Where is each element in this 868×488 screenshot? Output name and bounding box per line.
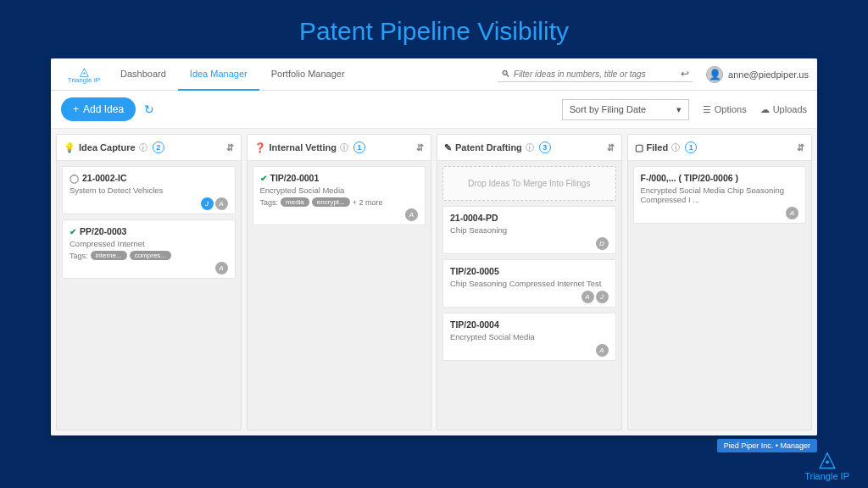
column-header: ▢Filedi1⇵ xyxy=(628,135,812,161)
tab-portfolio-manager[interactable]: Portfolio Manager xyxy=(259,58,357,91)
top-bar: ◬ Triangle IP Dashboard Idea Manager Por… xyxy=(51,58,817,91)
toolbar: + Add Idea ↻ Sort by Filing Date ▾ ☰ Opt… xyxy=(51,91,817,129)
uploads-button[interactable]: ☁ Uploads xyxy=(760,104,807,115)
avatar[interactable]: D xyxy=(596,237,609,250)
org-badge[interactable]: Pied Piper Inc. • Manager xyxy=(717,439,817,452)
triangle-icon: ◬ xyxy=(59,65,108,77)
search-box[interactable]: 🔍︎ ↩ xyxy=(498,66,693,82)
idea-card[interactable]: ✔TIP/20-0001Encrypted Social MediaTags: … xyxy=(253,166,426,225)
avatar[interactable]: J xyxy=(596,291,609,303)
add-idea-button[interactable]: + Add Idea xyxy=(61,97,136,121)
avatar[interactable]: A xyxy=(596,344,609,357)
open-icon: ◯ xyxy=(70,174,79,183)
avatar-row: A xyxy=(450,344,609,357)
card-id: TIP/20-0004 xyxy=(450,319,609,330)
avatar[interactable]: A xyxy=(786,207,798,219)
brand-corner-label: Triangle IP xyxy=(804,471,849,481)
brand-corner: ◬ Triangle IP xyxy=(804,446,849,481)
column-internal-vetting: ❓Internal Vettingi1⇵✔TIP/20-0001Encrypte… xyxy=(247,134,432,430)
card-subtitle: Chip Seasoning xyxy=(450,225,609,235)
plus-icon: + xyxy=(73,103,79,115)
check-icon: ✔ xyxy=(70,227,76,236)
drop-zone[interactable]: Drop Ideas To Merge Into Filings xyxy=(442,166,616,201)
column-header: ✎Patent Draftingi3⇵ xyxy=(437,135,621,161)
refresh-button[interactable]: ↻ xyxy=(144,103,154,116)
column-title: Patent Drafting xyxy=(455,142,522,152)
count-badge: 3 xyxy=(539,141,551,153)
tags-line: Tags: mediaencrypt... + 2 more xyxy=(260,197,419,207)
sort-select[interactable]: Sort by Filing Date ▾ xyxy=(562,99,689,120)
card-id: ◯21-0002-IC xyxy=(70,173,228,183)
info-icon[interactable]: i xyxy=(671,143,680,152)
column-sort-toggle[interactable]: ⇵ xyxy=(226,142,234,153)
app-frame: ◬ Triangle IP Dashboard Idea Manager Por… xyxy=(51,58,817,435)
column-idea-capture: 💡Idea Capturei2⇵◯21-0002-ICSystem to Det… xyxy=(56,134,242,430)
info-icon[interactable]: i xyxy=(526,143,534,152)
idea-card[interactable]: 21-0004-PDChip SeasoningD xyxy=(442,206,616,254)
idea-card[interactable]: ◯21-0002-ICSystem to Detect VehiclesJA xyxy=(62,166,236,214)
tab-idea-manager[interactable]: Idea Manager xyxy=(178,58,259,91)
tag-more[interactable]: + 2 more xyxy=(353,198,383,207)
sort-label: Sort by Filing Date xyxy=(570,104,646,115)
card-subtitle: Encrypted Social Media Chip Seasoning Co… xyxy=(641,186,799,204)
avatar-row: A xyxy=(641,207,799,219)
caret-down-icon: ▾ xyxy=(676,104,682,115)
column-sort-toggle[interactable]: ⇵ xyxy=(416,142,424,153)
column-sort-toggle[interactable]: ⇵ xyxy=(607,142,615,153)
user-menu[interactable]: 👤 anne@piedpiper.us xyxy=(706,66,809,83)
column-icon: ▢ xyxy=(635,142,643,153)
card-id: TIP/20-0005 xyxy=(450,266,609,276)
idea-card[interactable]: F-/000,... ( TIP/20-0006 )Encrypted Soci… xyxy=(633,166,807,224)
triangle-icon: ◬ xyxy=(804,446,849,471)
avatar-row: JA xyxy=(70,197,228,210)
enter-icon: ↩ xyxy=(681,68,689,80)
check-icon: ✔ xyxy=(260,174,267,183)
card-subtitle: Compressed Internet xyxy=(70,239,228,248)
options-button[interactable]: ☰ Options xyxy=(703,104,747,115)
card-id: ✔TIP/20-0001 xyxy=(260,173,419,183)
tag-chip[interactable]: media xyxy=(281,197,309,207)
search-input[interactable] xyxy=(514,69,681,79)
options-label: Options xyxy=(715,104,747,114)
avatar[interactable]: A xyxy=(215,262,228,274)
tag-chip[interactable]: interne... xyxy=(91,251,127,260)
idea-card[interactable]: ✔PP/20-0003Compressed InternetTags: inte… xyxy=(62,219,236,279)
column-title: Idea Capture xyxy=(79,142,136,152)
column-icon: ✎ xyxy=(444,142,452,153)
card-subtitle: Chip Seasoning Compressed Internet Test xyxy=(450,279,609,288)
card-subtitle: Encrypted Social Media xyxy=(450,332,609,341)
tag-chip[interactable]: encrypt... xyxy=(312,197,350,207)
column-title: Filed xyxy=(647,142,669,152)
cloud-upload-icon: ☁ xyxy=(760,104,770,115)
tag-chip[interactable]: compres... xyxy=(130,251,171,260)
card-id: 21-0004-PD xyxy=(450,213,609,223)
card-subtitle: Encrypted Social Media xyxy=(260,186,419,195)
column-title: Internal Vetting xyxy=(270,142,337,152)
toolbar-right: Sort by Filing Date ▾ ☰ Options ☁ Upload… xyxy=(562,99,807,120)
count-badge: 1 xyxy=(685,141,697,153)
column-body: Drop Ideas To Merge Into Filings21-0004-… xyxy=(437,161,621,430)
column-icon: 💡 xyxy=(64,142,75,153)
avatar[interactable]: A xyxy=(405,208,418,221)
column-sort-toggle[interactable]: ⇵ xyxy=(797,142,804,153)
info-icon[interactable]: i xyxy=(139,143,147,152)
column-patent-drafting: ✎Patent Draftingi3⇵Drop Ideas To Merge I… xyxy=(437,134,622,430)
card-id: F-/000,... ( TIP/20-0006 ) xyxy=(641,173,799,183)
idea-card[interactable]: TIP/20-0005Chip Seasoning Compressed Int… xyxy=(442,259,616,308)
brand-logo[interactable]: ◬ Triangle IP xyxy=(59,65,108,84)
avatar[interactable]: A xyxy=(215,197,228,210)
count-badge: 1 xyxy=(353,141,365,153)
nav-tabs: Dashboard Idea Manager Portfolio Manager xyxy=(108,58,357,91)
search-icon: 🔍︎ xyxy=(501,69,510,79)
avatar-row: AJ xyxy=(450,291,609,303)
column-body: F-/000,... ( TIP/20-0006 )Encrypted Soci… xyxy=(628,161,812,430)
add-idea-label: Add Idea xyxy=(83,103,124,115)
info-icon[interactable]: i xyxy=(340,143,348,152)
column-header: 💡Idea Capturei2⇵ xyxy=(57,135,241,161)
brand-text: Triangle IP xyxy=(68,76,100,84)
avatar[interactable]: J xyxy=(201,197,214,210)
idea-card[interactable]: TIP/20-0004Encrypted Social MediaA xyxy=(442,313,616,361)
tab-dashboard[interactable]: Dashboard xyxy=(108,58,178,91)
avatar[interactable]: A xyxy=(581,291,594,303)
avatar-row: A xyxy=(70,262,228,274)
